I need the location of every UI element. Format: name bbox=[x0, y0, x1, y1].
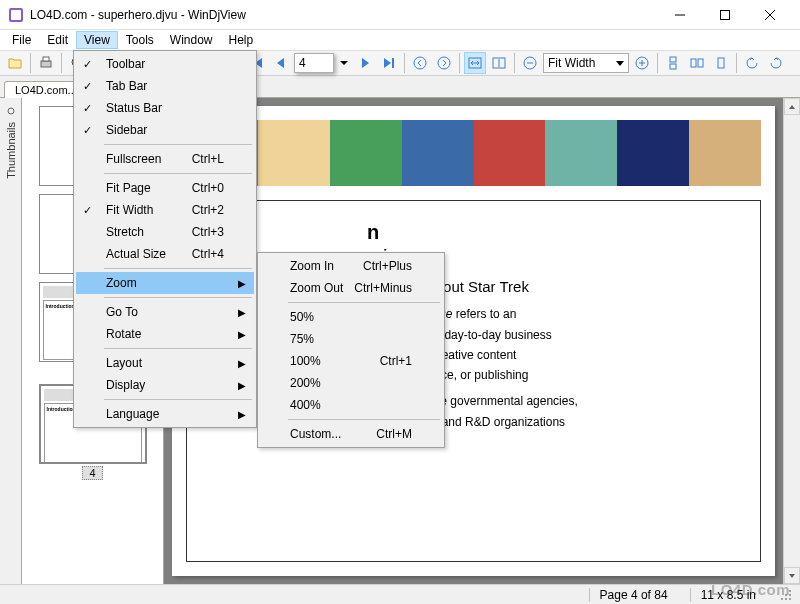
watermark: LO4D.com bbox=[711, 581, 790, 598]
fit-width-button[interactable] bbox=[464, 52, 486, 74]
menu-file[interactable]: File bbox=[4, 31, 39, 49]
menu-layout[interactable]: Layout▶ bbox=[76, 352, 254, 374]
menu-zoom-custom[interactable]: Custom...Ctrl+M bbox=[260, 423, 442, 445]
zoom-in-button[interactable] bbox=[631, 52, 653, 74]
menu-zoom-out[interactable]: Zoom OutCtrl+Minus bbox=[260, 277, 442, 299]
titlebar: LO4D.com - superhero.djvu - WinDjView bbox=[0, 0, 800, 30]
prev-page-button[interactable] bbox=[270, 52, 292, 74]
menu-statusbar[interactable]: ✓Status Bar bbox=[76, 97, 254, 119]
svg-point-13 bbox=[438, 57, 450, 69]
next-page-button[interactable] bbox=[354, 52, 376, 74]
menubar: File Edit View Tools Window Help bbox=[0, 30, 800, 50]
minimize-button[interactable] bbox=[657, 0, 702, 29]
menu-fullscreen[interactable]: FullscreenCtrl+L bbox=[76, 148, 254, 170]
separator bbox=[61, 53, 62, 73]
thumb-label: 4 bbox=[82, 466, 102, 480]
close-button[interactable] bbox=[747, 0, 792, 29]
rotate-right-button[interactable] bbox=[765, 52, 787, 74]
zoom-combo[interactable]: Fit Width bbox=[543, 53, 629, 73]
menu-fitwidth[interactable]: ✓Fit WidthCtrl+2 bbox=[76, 199, 254, 221]
separator bbox=[404, 53, 405, 73]
open-button[interactable] bbox=[4, 52, 26, 74]
layout-facing-button[interactable] bbox=[686, 52, 708, 74]
separator bbox=[30, 53, 31, 73]
svg-rect-6 bbox=[41, 61, 51, 67]
pin-icon bbox=[6, 106, 16, 116]
nav-forward-button[interactable] bbox=[433, 52, 455, 74]
menu-zoom-in[interactable]: Zoom InCtrl+Plus bbox=[260, 255, 442, 277]
status-bar: Page 4 of 84 11 x 8.5 in bbox=[0, 584, 800, 604]
separator bbox=[459, 53, 460, 73]
page-dropdown-icon[interactable] bbox=[336, 52, 352, 74]
status-page: Page 4 of 84 bbox=[589, 588, 678, 602]
separator bbox=[657, 53, 658, 73]
svg-rect-23 bbox=[670, 57, 676, 62]
menu-zoom-400[interactable]: 400% bbox=[260, 394, 442, 416]
svg-rect-1 bbox=[11, 10, 21, 20]
menu-edit[interactable]: Edit bbox=[39, 31, 76, 49]
menu-view[interactable]: View bbox=[76, 31, 118, 49]
vertical-scrollbar[interactable] bbox=[783, 98, 800, 584]
svg-rect-26 bbox=[698, 59, 703, 67]
scroll-up-icon[interactable] bbox=[784, 98, 800, 115]
svg-rect-24 bbox=[670, 64, 676, 69]
menu-help[interactable]: Help bbox=[221, 31, 262, 49]
menu-stretch[interactable]: StretchCtrl+3 bbox=[76, 221, 254, 243]
svg-rect-25 bbox=[691, 59, 696, 67]
app-icon bbox=[8, 7, 24, 23]
page-banner bbox=[186, 120, 761, 186]
zoom-value: Fit Width bbox=[548, 56, 595, 70]
maximize-button[interactable] bbox=[702, 0, 747, 29]
menu-goto[interactable]: Go To▶ bbox=[76, 301, 254, 323]
view-menu: ✓Toolbar ✓Tab Bar ✓Status Bar ✓Sidebar F… bbox=[73, 50, 257, 428]
menu-actual[interactable]: Actual SizeCtrl+4 bbox=[76, 243, 254, 265]
scroll-track[interactable] bbox=[784, 115, 800, 567]
layout-continuous-button[interactable] bbox=[662, 52, 684, 74]
window-title: LO4D.com - superhero.djvu - WinDjView bbox=[30, 8, 657, 22]
menu-toolbar[interactable]: ✓Toolbar bbox=[76, 53, 254, 75]
menu-zoom-200[interactable]: 200% bbox=[260, 372, 442, 394]
zoom-submenu: Zoom InCtrl+Plus Zoom OutCtrl+Minus 50% … bbox=[257, 252, 445, 448]
page-input[interactable] bbox=[294, 53, 334, 73]
last-page-button[interactable] bbox=[378, 52, 400, 74]
thumbnails-tab-label: Thumbnails bbox=[5, 122, 17, 179]
menu-sidebar[interactable]: ✓Sidebar bbox=[76, 119, 254, 141]
print-button[interactable] bbox=[35, 52, 57, 74]
menu-language[interactable]: Language▶ bbox=[76, 403, 254, 425]
svg-rect-3 bbox=[720, 10, 729, 19]
menu-tabbar[interactable]: ✓Tab Bar bbox=[76, 75, 254, 97]
svg-rect-7 bbox=[43, 57, 49, 61]
fit-page-button[interactable] bbox=[488, 52, 510, 74]
menu-zoom-75[interactable]: 75% bbox=[260, 328, 442, 350]
separator bbox=[736, 53, 737, 73]
menu-display[interactable]: Display▶ bbox=[76, 374, 254, 396]
menu-zoom-50[interactable]: 50% bbox=[260, 306, 442, 328]
menu-rotate[interactable]: Rotate▶ bbox=[76, 323, 254, 345]
svg-rect-27 bbox=[718, 58, 724, 68]
menu-tools[interactable]: Tools bbox=[118, 31, 162, 49]
zoom-out-button[interactable] bbox=[519, 52, 541, 74]
nav-back-button[interactable] bbox=[409, 52, 431, 74]
svg-rect-11 bbox=[392, 58, 394, 68]
page-heading: n bbox=[367, 221, 740, 244]
menu-window[interactable]: Window bbox=[162, 31, 221, 49]
layout-single-button[interactable] bbox=[710, 52, 732, 74]
svg-point-12 bbox=[414, 57, 426, 69]
menu-zoom-100[interactable]: 100%Ctrl+1 bbox=[260, 350, 442, 372]
menu-fitpage[interactable]: Fit PageCtrl+0 bbox=[76, 177, 254, 199]
sidebar-tab-strip[interactable]: Thumbnails bbox=[0, 98, 22, 584]
menu-zoom[interactable]: Zoom▶ bbox=[76, 272, 254, 294]
svg-point-28 bbox=[8, 108, 14, 114]
separator bbox=[514, 53, 515, 73]
rotate-left-button[interactable] bbox=[741, 52, 763, 74]
